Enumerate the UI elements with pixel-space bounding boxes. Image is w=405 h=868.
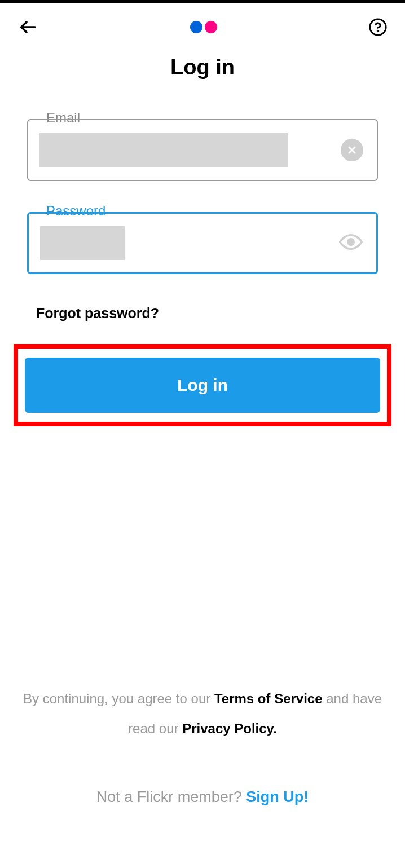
- terms-link[interactable]: Terms of Service: [214, 691, 323, 706]
- page-title: Log in: [0, 55, 405, 80]
- login-button[interactable]: Log in: [25, 358, 380, 413]
- svg-point-2: [377, 30, 378, 32]
- back-icon[interactable]: [17, 16, 39, 38]
- logo-dot-blue: [190, 21, 202, 33]
- signup-row: Not a Flickr member? Sign Up!: [0, 788, 405, 806]
- help-icon[interactable]: [368, 17, 388, 37]
- password-value-redacted: [40, 226, 125, 260]
- legal-text: By continuing, you agree to our Terms of…: [0, 684, 405, 744]
- email-field[interactable]: [27, 119, 378, 181]
- toggle-password-icon[interactable]: [339, 230, 363, 256]
- signup-prefix: Not a Flickr member?: [96, 788, 246, 805]
- forgot-password-link[interactable]: Forgot password?: [27, 305, 378, 321]
- header: [0, 3, 405, 44]
- agree-prefix: By continuing, you agree to our: [23, 691, 214, 706]
- highlight-annotation: Log in: [14, 344, 391, 426]
- email-value-redacted: [39, 133, 288, 167]
- privacy-link[interactable]: Privacy Policy.: [182, 721, 277, 736]
- svg-point-5: [348, 239, 354, 245]
- signup-link[interactable]: Sign Up!: [246, 788, 309, 805]
- flickr-logo: [190, 21, 217, 33]
- logo-dot-pink: [205, 21, 217, 33]
- password-field-wrap: Password: [27, 212, 378, 274]
- email-field-wrap: Email: [27, 119, 378, 181]
- login-form: Email Password: [0, 119, 405, 321]
- clear-email-icon[interactable]: [341, 139, 363, 161]
- password-field[interactable]: [27, 212, 378, 274]
